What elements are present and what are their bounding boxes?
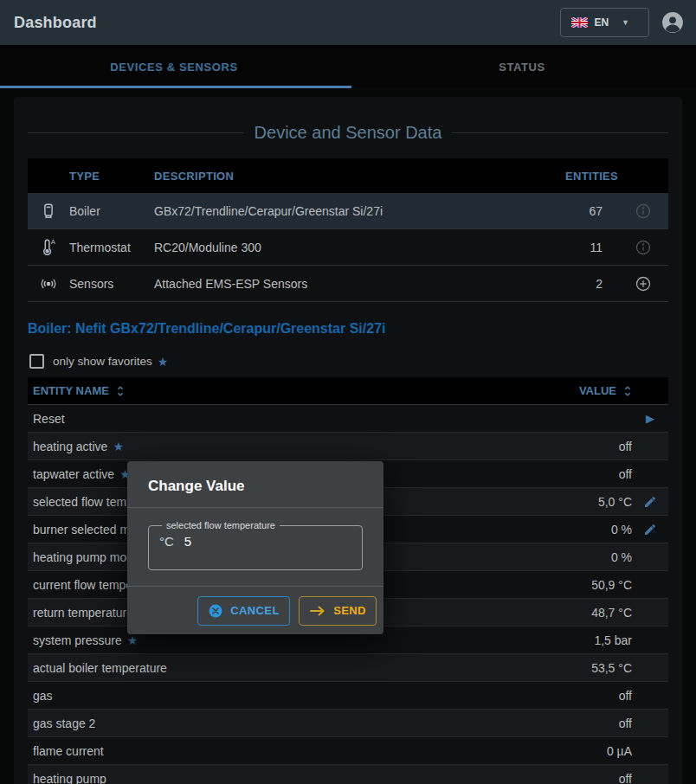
boiler-section-heading: Boiler: Nefit GBx72/Trendline/Cerapur/Gr… [28,321,668,337]
device-entities-count: 67 [523,204,618,218]
section-title: Device and Sensor Data [244,123,453,143]
favorites-label: only show favorites [53,355,152,368]
info-icon[interactable] [635,202,652,220]
page-title: Dashboard [14,14,97,32]
device-row-thermostat[interactable]: A Thermostat RC20/Moduline 300 11 [28,229,668,266]
entity-row[interactable]: actual boiler temperature 53,5 °C [28,654,668,682]
edit-pencil-icon[interactable] [643,523,657,537]
device-description: Attached EMS-ESP Sensors [154,277,523,291]
device-row-boiler[interactable]: Boiler GBx72/Trendline/Cerapur/Greenstar… [28,193,668,229]
tab-bar: DEVICES & SENSORS STATUS [0,45,696,88]
dashboard-page: Dashboard EN ▼ DEVICES & SENSORS STATUS [0,0,696,784]
device-row-sensors[interactable]: Sensors Attached EMS-ESP Sensors 2 [28,266,668,302]
cancel-icon [208,603,223,619]
cancel-button[interactable]: CANCEL [197,596,290,626]
col-header-description: DESCRIPTION [154,170,523,183]
value-input-field[interactable]: selected flow temperature °C 5 [148,520,363,570]
section-title-divider: Device and Sensor Data [28,123,668,143]
entity-row[interactable]: heating pump off [28,765,668,784]
entity-table-header: ENTITY NAME VALUE [28,377,668,405]
chevron-down-icon: ▼ [622,18,629,27]
language-code: EN [594,16,609,29]
tab-indicator [0,86,351,88]
device-type: Boiler [69,204,154,218]
favorites-checkbox[interactable] [29,354,44,369]
tab-status[interactable]: STATUS [348,45,696,88]
star-icon: ★ [113,440,124,453]
dialog-body: selected flow temperature °C 5 [127,508,383,586]
unit-adornment: °C [159,534,174,549]
device-type: Thermostat [69,241,154,254]
app-bar: Dashboard EN ▼ [0,0,696,45]
uk-flag-icon [571,17,588,28]
favorites-filter: only show favorites ★ [28,354,668,369]
device-description: GBx72/Trendline/Cerapur/Greenstar Si/27i [154,204,523,218]
send-arrow-icon [309,605,326,617]
thermostat-icon: A [39,238,58,257]
edit-pencil-icon[interactable] [643,495,657,509]
play-arrow-icon[interactable]: ▶ [646,412,654,425]
boiler-icon [39,202,58,221]
sensors-icon [39,274,58,293]
change-value-dialog: Change Value selected flow temperature °… [127,461,383,634]
entity-row[interactable]: gas stage 2 off [28,710,668,737]
entity-row[interactable]: heating active★ off [28,433,668,460]
entity-row[interactable]: gas off [28,682,668,710]
tab-devices-sensors[interactable]: DEVICES & SENSORS [0,45,348,88]
svg-text:A: A [51,238,56,246]
sort-value[interactable]: VALUE [537,384,632,397]
value-input-text[interactable]: 5 [184,534,191,549]
device-type: Sensors [69,277,154,291]
device-entities-count: 11 [523,241,618,254]
sort-icon [623,385,632,397]
star-icon: ★ [127,633,139,647]
star-icon: ★ [158,355,169,369]
device-table: TYPE DESCRIPTION ENTITIES Boiler GBx72/ [28,158,668,302]
device-table-header: TYPE DESCRIPTION ENTITIES [28,158,668,193]
col-header-entities: ENTITIES [523,170,618,183]
content-panel: Device and Sensor Data TYPE DESCRIPTION … [14,97,682,784]
field-label: selected flow temperature [162,520,280,530]
add-circle-icon[interactable] [635,275,652,292]
col-header-type: TYPE [69,170,154,183]
entity-row[interactable]: flame current 0 µA [28,737,668,765]
info-icon[interactable] [635,239,652,256]
account-avatar-icon[interactable] [661,11,684,34]
device-description: RC20/Moduline 300 [154,241,523,254]
device-entities-count: 2 [523,277,618,291]
dialog-title: Change Value [127,461,383,508]
dialog-actions: CANCEL SEND [127,586,383,634]
sort-entity-name[interactable]: ENTITY NAME [28,384,537,397]
entity-row[interactable]: Reset ▶ [28,405,668,433]
sort-icon [116,385,125,397]
send-button[interactable]: SEND [299,596,377,626]
language-selector[interactable]: EN ▼ [560,8,649,37]
